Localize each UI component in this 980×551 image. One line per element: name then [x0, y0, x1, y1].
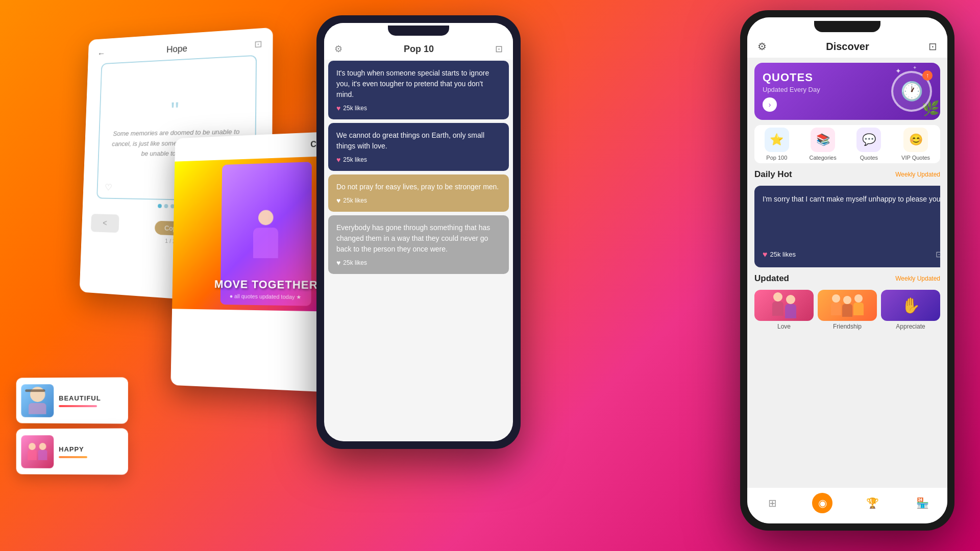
- lp2: [785, 295, 796, 318]
- quick-icon-vip[interactable]: 😊 VIP Quotes: [901, 128, 930, 161]
- updated-appreciate-card[interactable]: ✋: [881, 290, 940, 321]
- vip-icon: 😊: [903, 128, 928, 152]
- p1-body: [28, 450, 37, 460]
- right-bottom-nav: ⊞ ◉ 🏆 🏪: [747, 487, 947, 523]
- hot-likes-count-1: 25k likes: [770, 251, 796, 258]
- p1-head: [29, 443, 36, 450]
- updated-title: Updated: [754, 273, 789, 284]
- quote-card-1[interactable]: It's tough when someone special starts t…: [328, 61, 509, 119]
- lp1-head: [773, 292, 782, 302]
- quotes-banner[interactable]: QUOTES Updated Every Day › 🌿 ✦ ✦ 🕐: [754, 63, 940, 120]
- nav-discover[interactable]: ◉: [812, 493, 832, 513]
- quick-icon-categories[interactable]: 📚 Categories: [810, 128, 837, 161]
- updated-love-card[interactable]: [754, 290, 814, 321]
- quote-text-1: It's tough when someone special starts t…: [336, 68, 501, 100]
- bookmark-icon-mid[interactable]: ⊡: [495, 43, 503, 55]
- appreciate-image: ✋: [881, 290, 940, 321]
- lp1: [772, 292, 783, 318]
- dot-2: [164, 204, 168, 208]
- right-phone-frame: ⚙ Discover ⊡ QUOTES Updated Every Day ›: [740, 10, 954, 531]
- quick-icon-quotes[interactable]: 💬 Quotes: [856, 128, 881, 161]
- beautiful-person: [28, 387, 47, 415]
- happy-image: [21, 435, 54, 468]
- fp3-body: [853, 303, 864, 315]
- hot-card-1[interactable]: I'm sorry that I can't make myself unhap…: [754, 186, 940, 267]
- fp3-head: [854, 294, 863, 303]
- friendship-image: [818, 290, 877, 321]
- store-nav-icon: 🏪: [912, 493, 933, 513]
- quotes-banner-subtitle: Updated Every Day: [763, 86, 891, 93]
- likes-count-3: 25k likes: [343, 197, 367, 204]
- quote-text-3: Do not pray for easy lives, pray to be s…: [336, 182, 501, 192]
- likes-row-4: ♥ 25k likes: [336, 259, 501, 267]
- friendship-people: [828, 292, 866, 319]
- nav-store[interactable]: 🏪: [912, 493, 933, 513]
- updated-appreciate-col: ✋ Appreciate: [881, 290, 940, 330]
- quotes-banner-arrow[interactable]: ›: [763, 97, 777, 112]
- heart-icon-2[interactable]: ♥: [336, 156, 340, 164]
- quote-card-4[interactable]: Everybody has gone through something tha…: [328, 215, 509, 274]
- hope-title: Hope: [166, 43, 187, 55]
- right-status-bar: [747, 17, 947, 35]
- nav-trophy[interactable]: 🏆: [862, 493, 883, 513]
- beautiful-bar: [59, 405, 97, 407]
- friendship-label: Friendship: [818, 323, 877, 330]
- happy-content: HAPPY: [59, 445, 123, 458]
- p2: [38, 443, 47, 460]
- quick-icons-row: ⭐ Pop 100 📚 Categories 💬 Quotes 😊 VIP Qu…: [754, 125, 940, 163]
- prev-button[interactable]: <: [91, 214, 119, 233]
- middle-phone: ⚙ Pop 10 ⊡ It's tough when someone speci…: [316, 15, 521, 449]
- love-label: Love: [754, 323, 814, 330]
- quote-card-3[interactable]: Do not pray for easy lives, pray to be s…: [328, 174, 509, 212]
- updated-cards: Love: [754, 290, 940, 330]
- hand-icon: ✋: [901, 290, 920, 321]
- lp2-head: [786, 295, 795, 304]
- quotes-banner-right: 🌿 ✦ ✦ 🕐 ↑: [891, 71, 932, 112]
- happy-card[interactable]: HAPPY: [16, 428, 128, 474]
- middle-header: ⚙ Pop 10 ⊡: [324, 38, 513, 60]
- heart-icon-3[interactable]: ♥: [336, 196, 340, 205]
- clock-icon: 🕐 ↑: [891, 71, 932, 112]
- happy-people: [28, 443, 47, 460]
- updated-love-col: Love: [754, 290, 814, 330]
- heart-icon-4[interactable]: ♥: [336, 259, 340, 267]
- quote-card-2[interactable]: We cannot do great things on Earth, only…: [328, 123, 509, 171]
- heart-icon[interactable]: ♡: [105, 182, 112, 193]
- nav-home[interactable]: ⊞: [762, 493, 782, 513]
- likes-count-4: 25k likes: [343, 259, 367, 266]
- grid-icon-right[interactable]: ⊡: [928, 40, 937, 53]
- daily-hot-cards: I'm sorry that I can't make myself unhap…: [754, 186, 940, 267]
- fp1: [831, 294, 841, 317]
- quick-icon-pop100[interactable]: ⭐ Pop 100: [765, 128, 789, 161]
- updated-header: Updated Weekly Updated: [754, 272, 940, 285]
- love-image: [754, 290, 814, 321]
- beautiful-card[interactable]: BEAUTIFUL: [16, 377, 128, 423]
- heart-icon-1[interactable]: ♥: [336, 104, 340, 112]
- right-phone: ⚙ Discover ⊡ QUOTES Updated Every Day ›: [740, 10, 954, 531]
- fp2-head: [843, 296, 851, 304]
- discover-title: Discover: [826, 41, 869, 53]
- updated-friendship-card[interactable]: [818, 290, 877, 321]
- daily-hot-header: Daily Hot Weekly Updated: [754, 168, 940, 181]
- p-hat: [25, 389, 45, 392]
- person-body: [253, 228, 279, 258]
- gear-icon-right[interactable]: ⚙: [757, 40, 767, 53]
- hot-likes-1: ♥ 25k likes: [763, 250, 796, 259]
- star-icon-2: ✦: [913, 65, 917, 70]
- middle-phone-frame: ⚙ Pop 10 ⊡ It's tough when someone speci…: [316, 15, 521, 449]
- hot-copy-icon-1[interactable]: ⊡: [936, 249, 940, 259]
- hot-card-text-1: I'm sorry that I can't make myself unhap…: [763, 194, 940, 205]
- categories-label: Categories: [810, 155, 837, 161]
- hot-heart-icon-1[interactable]: ♥: [763, 250, 768, 259]
- clock-symbol: 🕐: [900, 81, 923, 102]
- gear-icon-mid[interactable]: ⚙: [334, 43, 342, 55]
- back-arrow-icon[interactable]: ←: [97, 48, 105, 59]
- likes-count-1: 25k likes: [343, 105, 367, 112]
- fp2-body: [842, 304, 852, 317]
- happy-img-bg: [21, 435, 54, 468]
- fp3: [853, 294, 864, 317]
- beautiful-content: BEAUTIFUL: [59, 394, 123, 407]
- fp1-body: [831, 303, 841, 315]
- dot-1: [158, 204, 162, 208]
- bookmark-icon[interactable]: ⊡: [254, 38, 262, 50]
